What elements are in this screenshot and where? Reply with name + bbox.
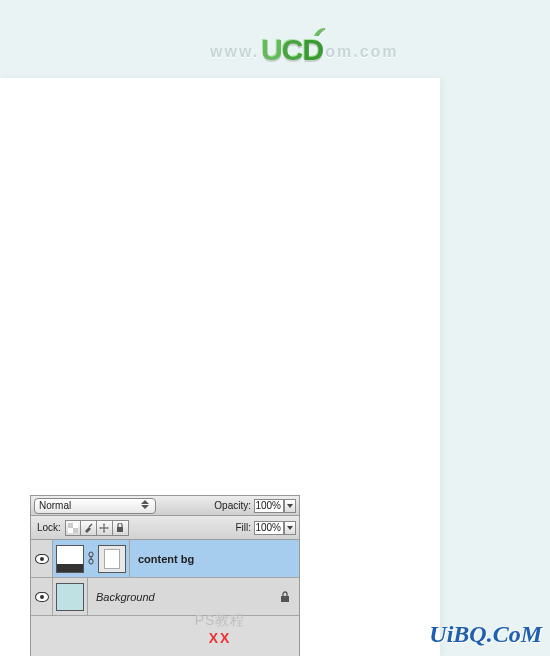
fill-dropdown[interactable] xyxy=(284,521,296,535)
eye-icon xyxy=(35,592,49,602)
mask-link-icon[interactable] xyxy=(86,551,96,567)
mask-thumbnail[interactable] xyxy=(98,545,126,573)
svg-rect-1 xyxy=(73,528,78,533)
layer-thumbs xyxy=(53,578,88,615)
layer-thumbnail[interactable] xyxy=(56,545,84,573)
svg-rect-2 xyxy=(73,523,78,528)
blend-mode-select[interactable]: Normal xyxy=(34,498,156,514)
watermark: UiBQ.CoM xyxy=(429,621,542,648)
layer-row-content-bg[interactable]: content bg xyxy=(31,540,299,578)
svg-rect-3 xyxy=(68,528,73,533)
footer-line-1: PS教程 xyxy=(0,612,440,630)
svg-rect-6 xyxy=(117,527,123,532)
visibility-toggle[interactable] xyxy=(31,578,53,615)
visibility-toggle[interactable] xyxy=(31,540,53,577)
opacity-input[interactable]: 100% xyxy=(254,499,284,513)
lock-icon xyxy=(115,523,125,533)
move-icon xyxy=(99,523,109,533)
footer-caption: PS教程 XX xyxy=(0,612,440,646)
leaf-icon xyxy=(313,27,327,37)
logo-letter-d: D xyxy=(303,33,324,66)
document-canvas: Normal Opacity: 100% Lock: xyxy=(0,78,440,656)
logo-letter-u: U xyxy=(261,33,282,66)
layer-row-background[interactable]: Background xyxy=(31,578,299,616)
ucd-logo: UCD xyxy=(261,33,323,67)
layer-lock-icon xyxy=(279,591,291,603)
lock-transparent-icon xyxy=(68,523,78,533)
svg-rect-0 xyxy=(68,523,73,528)
layers-panel-top-row: Normal Opacity: 100% xyxy=(31,496,299,516)
lock-pixels-button[interactable] xyxy=(81,520,97,536)
fill-label: Fill: xyxy=(235,522,251,533)
lock-transparent-button[interactable] xyxy=(65,520,81,536)
lock-position-button[interactable] xyxy=(97,520,113,536)
lock-label: Lock: xyxy=(37,522,61,533)
layer-name-label[interactable]: Background xyxy=(96,591,155,603)
stepper-icon xyxy=(141,500,153,512)
url-prefix: www. xyxy=(210,43,259,61)
blend-mode-value: Normal xyxy=(39,500,71,511)
svg-rect-10 xyxy=(281,596,289,602)
logo-letter-c: C xyxy=(282,33,303,66)
fill-input[interactable]: 100% xyxy=(254,521,284,535)
url-suffix: om.com xyxy=(325,43,398,61)
opacity-label: Opacity: xyxy=(214,500,251,511)
opacity-dropdown[interactable] xyxy=(284,499,296,513)
layer-name-label[interactable]: content bg xyxy=(138,553,194,565)
lock-buttons-group xyxy=(65,520,129,536)
brush-icon xyxy=(83,523,93,533)
page-header: www. UCD om.com xyxy=(0,0,550,78)
layers-panel-lock-row: Lock: Fill: 100% xyxy=(31,516,299,540)
eye-icon xyxy=(35,554,49,564)
footer-line-2: XX xyxy=(0,630,440,646)
lock-all-button[interactable] xyxy=(113,520,129,536)
layer-thumbnail[interactable] xyxy=(56,583,84,611)
layer-thumbs xyxy=(53,540,130,577)
site-url-logo: www. UCD om.com xyxy=(210,30,399,64)
